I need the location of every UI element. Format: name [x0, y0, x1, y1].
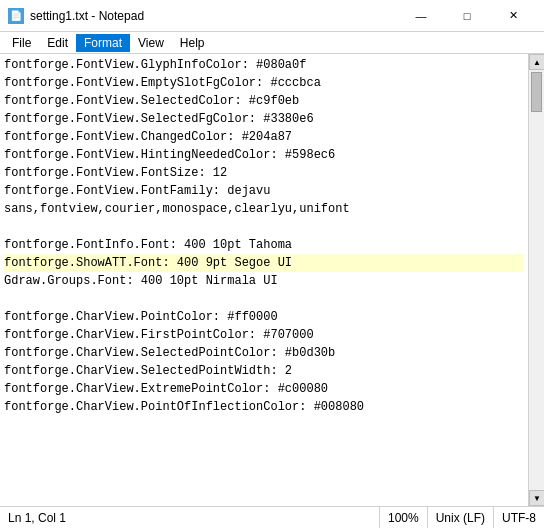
editor-line: fontforge.ShowATT.Font: 400 9pt Segoe UI [4, 254, 524, 272]
close-button[interactable]: ✕ [490, 0, 536, 32]
status-encoding: UTF-8 [494, 507, 544, 528]
editor-line: fontforge.FontView.FontSize: 12 [4, 164, 524, 182]
editor-line: sans,fontview,courier,monospace,clearlyu… [4, 200, 524, 218]
editor-container: fontforge.FontView.GlyphInfoColor: #080a… [0, 54, 544, 506]
menu-edit[interactable]: Edit [39, 34, 76, 52]
editor-line: fontforge.CharView.PointColor: #ff0000 [4, 308, 524, 326]
window-controls[interactable]: — □ ✕ [398, 0, 536, 32]
menu-help[interactable]: Help [172, 34, 213, 52]
title-bar: 📄 setting1.txt - Notepad — □ ✕ [0, 0, 544, 32]
editor-line: fontforge.CharView.PointOfInflectionColo… [4, 398, 524, 416]
editor-line: fontforge.FontView.FontFamily: dejavu [4, 182, 524, 200]
minimize-button[interactable]: — [398, 0, 444, 32]
menu-format[interactable]: Format [76, 34, 130, 52]
status-bar: Ln 1, Col 1 100% Unix (LF) UTF-8 [0, 506, 544, 528]
menu-bar: File Edit Format View Help [0, 32, 544, 54]
editor-line: fontforge.FontView.SelectedColor: #c9f0e… [4, 92, 524, 110]
scroll-thumb[interactable] [531, 72, 542, 112]
editor-line: fontforge.CharView.ExtremePointColor: #c… [4, 380, 524, 398]
editor-line: fontforge.CharView.FirstPointColor: #707… [4, 326, 524, 344]
editor-line: fontforge.FontView.SelectedFgColor: #338… [4, 110, 524, 128]
maximize-button[interactable]: □ [444, 0, 490, 32]
scrollbar[interactable]: ▲ ▼ [528, 54, 544, 506]
menu-file[interactable]: File [4, 34, 39, 52]
scroll-up-button[interactable]: ▲ [529, 54, 544, 70]
editor-line: fontforge.FontView.EmptySlotFgColor: #cc… [4, 74, 524, 92]
editor-line [4, 218, 524, 236]
editor-line: fontforge.CharView.SelectedPointWidth: 2 [4, 362, 524, 380]
app-icon: 📄 [8, 8, 24, 24]
editor-line: fontforge.CharView.SelectedPointColor: #… [4, 344, 524, 362]
editor-content[interactable]: fontforge.FontView.GlyphInfoColor: #080a… [0, 54, 528, 506]
window-title: setting1.txt - Notepad [30, 9, 144, 23]
editor-line: fontforge.FontView.HintingNeededColor: #… [4, 146, 524, 164]
scroll-track[interactable] [529, 70, 544, 490]
status-position: Ln 1, Col 1 [0, 507, 380, 528]
menu-view[interactable]: View [130, 34, 172, 52]
editor-line: fontforge.FontInfo.Font: 400 10pt Tahoma [4, 236, 524, 254]
editor-line: fontforge.FontView.ChangedColor: #204a87 [4, 128, 524, 146]
title-bar-left: 📄 setting1.txt - Notepad [8, 8, 144, 24]
scroll-down-button[interactable]: ▼ [529, 490, 544, 506]
status-line-ending: Unix (LF) [428, 507, 494, 528]
editor-line: Gdraw.Groups.Font: 400 10pt Nirmala UI [4, 272, 524, 290]
status-zoom: 100% [380, 507, 428, 528]
editor-line: fontforge.FontView.GlyphInfoColor: #080a… [4, 56, 524, 74]
editor-line [4, 290, 524, 308]
